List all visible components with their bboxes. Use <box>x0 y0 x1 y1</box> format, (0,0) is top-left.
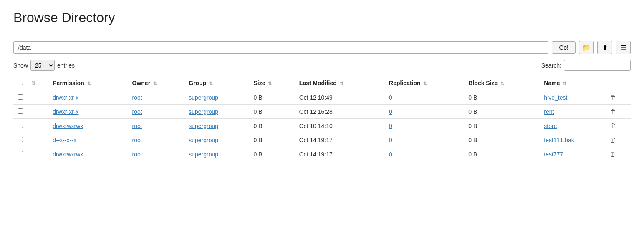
col-sort: ⇅ <box>27 76 48 90</box>
row-block-size: 0 B <box>464 147 540 161</box>
table-row: drwxr-xr-x root supergroup 0 B Oct 12 10… <box>13 90 631 105</box>
directory-table: ⇅ Permission ⇅ Owner ⇅ Group ⇅ Size ⇅ La… <box>13 76 631 161</box>
owner-link[interactable]: root <box>132 151 142 158</box>
delete-icon[interactable]: 🗑 <box>610 122 616 129</box>
col-last-modified[interactable]: Last Modified ⇅ <box>295 76 385 90</box>
col-group[interactable]: Group ⇅ <box>184 76 249 90</box>
col-owner[interactable]: Owner ⇅ <box>128 76 185 90</box>
name-link[interactable]: test111.bak <box>544 137 574 143</box>
entries-label: entries <box>57 62 75 69</box>
row-owner: root <box>128 119 185 133</box>
row-group: supergroup <box>184 147 249 161</box>
col-replication[interactable]: Replication ⇅ <box>385 76 464 90</box>
row-permission: drwxr-xr-x <box>48 105 128 119</box>
col-name[interactable]: Name ⇅ <box>540 76 606 90</box>
folder-icon: 📁 <box>582 44 591 52</box>
group-link[interactable]: supergroup <box>189 137 218 143</box>
row-last-modified: Oct 12 10:49 <box>295 90 385 105</box>
path-input[interactable] <box>13 41 548 54</box>
row-block-size: 0 B <box>464 133 540 147</box>
show-label: Show <box>13 62 28 69</box>
row-delete-cell: 🗑 <box>606 119 631 133</box>
row-name: test777 <box>540 147 606 161</box>
row-name: store <box>540 119 606 133</box>
row-checkbox[interactable] <box>18 151 23 156</box>
controls-bar: Show 10 25 50 100 entries Search: <box>13 60 631 71</box>
owner-link[interactable]: root <box>132 137 142 143</box>
permission-link[interactable]: drwxr-xr-x <box>53 94 78 101</box>
row-replication: 0 <box>385 105 464 119</box>
group-link[interactable]: supergroup <box>189 123 218 129</box>
replication-link[interactable]: 0 <box>389 108 392 115</box>
group-link[interactable]: supergroup <box>189 151 218 158</box>
list-button[interactable]: ☰ <box>616 41 631 54</box>
row-index-cell <box>27 147 48 161</box>
search-label: Search: <box>541 62 561 69</box>
replication-link[interactable]: 0 <box>389 137 392 143</box>
replication-link[interactable]: 0 <box>389 94 392 101</box>
row-owner: root <box>128 147 185 161</box>
table-row: d--x--x--x root supergroup 0 B Oct 14 19… <box>13 133 631 147</box>
select-all-checkbox[interactable] <box>18 80 23 85</box>
name-link[interactable]: rent <box>544 108 554 115</box>
col-permission[interactable]: Permission ⇅ <box>48 76 128 90</box>
col-checkbox <box>13 76 27 90</box>
row-size: 0 B <box>249 133 295 147</box>
row-replication: 0 <box>385 90 464 105</box>
name-link[interactable]: test777 <box>544 151 563 158</box>
row-size: 0 B <box>249 147 295 161</box>
table-row: drwxr-xr-x root supergroup 0 B Oct 12 16… <box>13 105 631 119</box>
permission-link[interactable]: drwxrwxrwx <box>53 123 83 129</box>
row-group: supergroup <box>184 105 249 119</box>
search-input[interactable] <box>564 60 631 71</box>
row-owner: root <box>128 133 185 147</box>
delete-icon[interactable]: 🗑 <box>610 151 616 158</box>
row-checkbox-cell <box>13 133 27 147</box>
row-checkbox[interactable] <box>18 137 23 142</box>
table-row: drwxrwxrwx root supergroup 0 B Oct 14 19… <box>13 147 631 161</box>
delete-icon[interactable]: 🗑 <box>610 108 616 115</box>
group-link[interactable]: supergroup <box>189 94 218 101</box>
owner-link[interactable]: root <box>132 94 142 101</box>
permission-link[interactable]: d--x--x--x <box>53 137 76 143</box>
entries-select[interactable]: 10 25 50 100 <box>30 60 55 71</box>
row-size: 0 B <box>249 90 295 105</box>
row-delete-cell: 🗑 <box>606 133 631 147</box>
row-checkbox[interactable] <box>18 94 23 100</box>
row-last-modified: Oct 10 14:10 <box>295 119 385 133</box>
row-permission: drwxrwxrwx <box>48 147 128 161</box>
row-owner: root <box>128 105 185 119</box>
go-button[interactable]: Go! <box>552 41 576 54</box>
row-name: rent <box>540 105 606 119</box>
replication-link[interactable]: 0 <box>389 151 392 158</box>
delete-icon[interactable]: 🗑 <box>610 94 616 101</box>
row-index-cell <box>27 119 48 133</box>
group-link[interactable]: supergroup <box>189 108 218 115</box>
title-divider <box>13 33 631 33</box>
row-delete-cell: 🗑 <box>606 90 631 105</box>
name-link[interactable]: hive_test <box>544 94 567 101</box>
row-group: supergroup <box>184 119 249 133</box>
page-wrapper: Browse Directory Go! 📁 ⬆ ☰ Show 10 25 50… <box>13 10 631 161</box>
replication-link[interactable]: 0 <box>389 123 392 129</box>
col-block-size[interactable]: Block Size ⇅ <box>464 76 540 90</box>
page-title: Browse Directory <box>13 10 631 25</box>
table-body: drwxr-xr-x root supergroup 0 B Oct 12 10… <box>13 90 631 161</box>
list-icon: ☰ <box>620 44 626 52</box>
delete-icon[interactable]: 🗑 <box>610 136 616 143</box>
name-link[interactable]: store <box>544 123 557 129</box>
row-checkbox[interactable] <box>18 123 23 128</box>
col-size[interactable]: Size ⇅ <box>249 76 295 90</box>
upload-button[interactable]: ⬆ <box>597 41 612 54</box>
row-last-modified: Oct 14 19:17 <box>295 147 385 161</box>
row-checkbox[interactable] <box>18 108 23 114</box>
folder-button[interactable]: 📁 <box>579 41 594 54</box>
permission-link[interactable]: drwxrwxrwx <box>53 151 83 158</box>
permission-link[interactable]: drwxr-xr-x <box>53 108 78 115</box>
owner-link[interactable]: root <box>132 123 142 129</box>
row-group: supergroup <box>184 90 249 105</box>
row-replication: 0 <box>385 133 464 147</box>
row-delete-cell: 🗑 <box>606 105 631 119</box>
row-block-size: 0 B <box>464 105 540 119</box>
owner-link[interactable]: root <box>132 108 142 115</box>
